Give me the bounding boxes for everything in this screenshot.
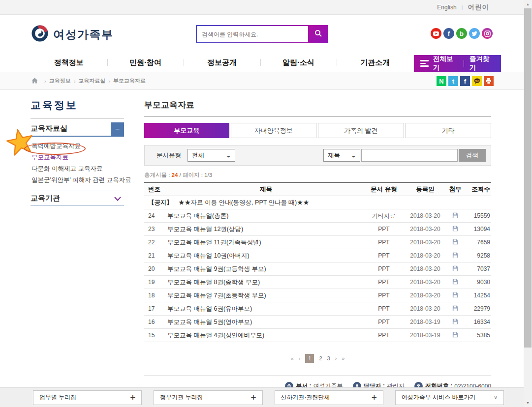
breadcrumb-item[interactable]: 교육정보	[49, 77, 71, 85]
row-doc-type: PPT	[365, 316, 403, 329]
sidebar-section-label: 교육기관	[31, 194, 60, 203]
row-number: 23	[144, 223, 167, 236]
twitter-share-icon[interactable]: t	[448, 76, 458, 86]
twitter-icon[interactable]	[469, 28, 480, 39]
blog-icon[interactable]: b	[456, 28, 467, 39]
keyword-input[interactable]	[361, 149, 458, 162]
quicklink-services[interactable]: 여성가족부 서비스 바로가기 ∨	[395, 390, 504, 405]
sidebar-divider	[31, 118, 124, 119]
scrollbar-down-arrow[interactable]: ▼	[524, 399, 532, 407]
kids-link[interactable]: 어린이	[468, 3, 490, 12]
select-caret-icon: ⌄	[351, 152, 356, 159]
attachment-disk-icon[interactable]	[452, 226, 458, 233]
facebook-share-icon[interactable]: f	[460, 76, 470, 86]
table-row: 18 부모교육 매뉴얼 7권(초등학생 부모) PPT 2018-03-20	[144, 289, 491, 302]
instagram-icon[interactable]	[482, 28, 493, 39]
nav-item-civil[interactable]: 민원·참여	[107, 53, 184, 72]
row-title-link[interactable]: 부모교육 매뉴얼 5권(영아부모)	[167, 316, 365, 329]
favorites-button[interactable]: 즐겨찾기	[469, 55, 495, 72]
last-page-button[interactable]: »	[342, 355, 344, 361]
collapse-minus-icon[interactable]: −	[111, 122, 124, 136]
col-header-attach: 첨부	[448, 183, 463, 196]
main-panel: 부모교육자료 부모교육 자녀양육정보 가족의 발견 기타 문서유형 전체 ⌄ 제…	[144, 90, 491, 387]
row-title-link[interactable]: 부모교육 매뉴얼 9권(고등학생 부모)	[167, 262, 365, 276]
sidebar-item-multicultural[interactable]: 다문화 이해제고 교육자료	[31, 165, 124, 173]
sidebar-item-parent-education[interactable]: 부모교육자료	[31, 153, 124, 162]
attachment-disk-icon[interactable]	[452, 319, 458, 326]
facebook-icon[interactable]: f	[443, 28, 454, 39]
row-title-link[interactable]: 부모교육 매뉴얼 11권(가족특성별)	[167, 236, 365, 249]
total-count: 24	[172, 172, 178, 178]
print-icon[interactable]	[484, 76, 494, 86]
nav-item-disclosure[interactable]: 정보공개	[184, 53, 260, 72]
row-doc-type: PPT	[365, 236, 403, 249]
attachment-disk-icon[interactable]	[452, 212, 458, 220]
attachment-disk-icon[interactable]	[452, 332, 458, 339]
tab-parent-education[interactable]: 부모교육	[144, 123, 229, 138]
sidebar-section-institutions[interactable]: 교육기관	[31, 191, 124, 206]
first-page-button[interactable]: «	[291, 355, 294, 361]
youtube-icon[interactable]	[431, 28, 441, 39]
quicklink-affiliates[interactable]: 산하기관·관련단체 +	[275, 390, 383, 405]
attachment-disk-icon[interactable]	[452, 252, 458, 260]
english-link[interactable]: English	[437, 4, 456, 11]
prev-page-button[interactable]: ‹	[299, 355, 301, 361]
breadcrumb-item-current[interactable]: 부모교육자료	[113, 77, 146, 85]
search-input[interactable]	[197, 26, 308, 42]
row-doc-type: PPT	[365, 289, 403, 302]
tab-etc[interactable]: 기타	[406, 123, 492, 138]
attachment-disk-icon[interactable]	[452, 239, 458, 246]
quicklink-gov-sites[interactable]: 정부기관 누리집 +	[154, 390, 262, 405]
attachment-disk-icon[interactable]	[452, 292, 458, 299]
scrollbar-thumb[interactable]	[524, 8, 532, 348]
board-search-button[interactable]: 검색	[459, 149, 486, 162]
all-menu-button[interactable]: 전체보기	[433, 55, 458, 72]
search-button[interactable]	[309, 25, 328, 43]
attachment-disk-icon[interactable]	[452, 265, 458, 273]
row-title-link[interactable]: 부모교육 매뉴얼 8권(중학생 부모)	[167, 276, 365, 289]
svg-text:TALK: TALK	[474, 80, 479, 82]
sidebar-section-library[interactable]: 교육자료실 −	[31, 122, 124, 137]
page-button-2[interactable]: 2	[319, 355, 322, 361]
scrollbar-up-arrow[interactable]: ▲	[524, 0, 532, 8]
sidebar-title: 교육정보	[31, 98, 124, 112]
board-search-bar: 문서유형 전체 ⌄ 제목 ⌄ 검색	[144, 145, 491, 166]
search-field-select[interactable]: 제목 ⌄	[323, 149, 360, 162]
next-page-button[interactable]: ›	[335, 355, 337, 361]
tab-childcare-info[interactable]: 자녀양육정보	[231, 123, 317, 138]
notice-title[interactable]: ★★자료 이용 안내(동영상, PPT 안나올 때)★★	[178, 199, 309, 206]
row-title-link[interactable]: 부모교육 매뉴얼 6권(유아부모)	[167, 302, 365, 316]
col-header-date: 등록일	[403, 183, 448, 196]
table-row: 22 부모교육 매뉴얼 11권(가족특성별) PPT 2018-03-20	[144, 236, 491, 249]
home-icon[interactable]	[31, 78, 38, 85]
breadcrumb-item[interactable]: 교육자료실	[78, 77, 105, 85]
row-title-link[interactable]: 부모교육 매뉴얼 10권(아버지)	[167, 249, 365, 262]
site-logo[interactable]: 여성가족부	[31, 25, 114, 44]
sidebar-item-comfort-women[interactable]: 일본군'위안부' 피해자 관련 교육자료	[31, 176, 124, 184]
tab-family-discovery[interactable]: 가족의 발견	[318, 123, 404, 138]
breadcrumb-separator: ›	[108, 78, 110, 84]
row-title-link[interactable]: 부모교육 매뉴얼 12권(상담)	[167, 223, 365, 236]
scrollbar[interactable]: ▲ ▼	[524, 0, 532, 407]
row-title-link[interactable]: 부모교육 매뉴얼(총론)	[167, 209, 365, 223]
row-title-link[interactable]: 부모교육 매뉴얼 7권(초등학생 부모)	[167, 289, 365, 302]
doc-type-select[interactable]: 전체 ⌄	[188, 149, 235, 162]
row-number: 15	[144, 329, 167, 342]
sidebar-item-violence-prevention[interactable]: 폭력예방교육자료	[31, 142, 124, 150]
quicklink-work-sites[interactable]: 업무별 누리집 +	[33, 390, 142, 405]
kakaotalk-share-icon[interactable]: TALK	[472, 76, 482, 86]
social-links: f b	[431, 28, 493, 39]
nav-item-policy[interactable]: 정책정보	[31, 53, 107, 72]
nav-item-about[interactable]: 기관소개	[337, 53, 413, 72]
row-title-link[interactable]: 부모교육 매뉴얼 4권(성인예비부모)	[167, 329, 365, 342]
nav-item-news[interactable]: 알림·소식	[260, 53, 337, 72]
naver-share-icon[interactable]: N	[437, 76, 446, 86]
page-button-3[interactable]: 3	[327, 355, 330, 361]
quicklink-label: 정부기관 누리집	[160, 393, 203, 402]
breadcrumb-separator: ›	[44, 78, 46, 84]
page-button-1[interactable]: 1	[305, 354, 314, 363]
utility-bar: English | 어린이	[0, 0, 524, 15]
attachment-disk-icon[interactable]	[452, 305, 458, 313]
attachment-disk-icon[interactable]	[452, 279, 458, 286]
title-divider	[144, 116, 491, 117]
